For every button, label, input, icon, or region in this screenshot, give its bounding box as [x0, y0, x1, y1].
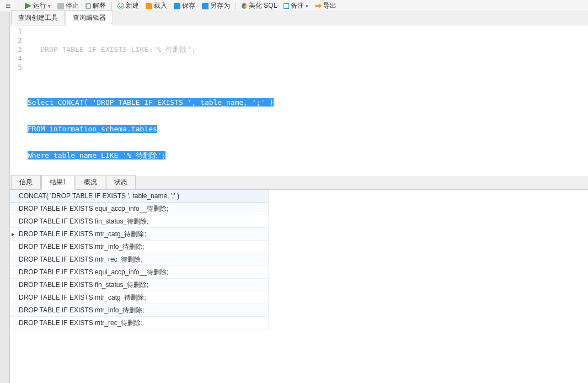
new-button[interactable]: 新建	[115, 1, 141, 10]
beautify-label: 美化 SQL	[249, 1, 277, 10]
line-number: 4	[10, 54, 22, 63]
tab-result1[interactable]: 结果1	[41, 175, 75, 190]
tab-overview[interactable]: 概况	[76, 175, 105, 189]
toolbar-separator	[19, 2, 19, 10]
save-button[interactable]: 保存	[172, 1, 197, 10]
table-row[interactable]: DROP TABLE IF EXISTS fin_status_待删除;	[10, 215, 269, 228]
save-label: 保存	[182, 1, 195, 10]
table-row[interactable]: DROP TABLE IF EXISTS mtr_info_待删除;	[10, 241, 269, 253]
code-line: Where table_name LIKE '% 待删除';	[28, 151, 588, 160]
line-number: 2	[10, 36, 22, 45]
load-icon	[146, 3, 152, 9]
code-line: Select CONCAT( 'DROP TABLE IF EXISTS ', …	[28, 98, 588, 107]
left-gutter	[0, 12, 10, 383]
dropdown-caret-icon: ▾	[48, 3, 51, 9]
code-line	[28, 72, 588, 81]
saveas-button[interactable]: 另存为	[200, 1, 232, 10]
grid-column-header[interactable]: CONCAT( 'DROP TABLE IF EXISTS ', table_n…	[10, 190, 269, 203]
result-tabs: 信息 结果1 概况 状态	[10, 177, 588, 190]
saveas-label: 另存为	[210, 1, 230, 10]
hamburger-icon	[6, 3, 13, 9]
table-row[interactable]: DROP TABLE IF EXISTS equi_accp_info__待删除…	[10, 203, 269, 215]
dropdown-caret-icon: ▾	[306, 3, 308, 9]
selected-text: Where table_name LIKE '% 待删除';	[28, 151, 165, 159]
stop-icon	[57, 3, 64, 9]
line-number: 1	[10, 28, 22, 36]
new-icon	[117, 3, 124, 9]
code-line: -- DROP TABLE IF EXISTS LIKE '%_待删除';	[28, 45, 588, 54]
sql-editor[interactable]: 1 2 3 4 5 -- DROP TABLE IF EXISTS LIKE '…	[10, 25, 588, 177]
code-line: FROM information_schema.tables	[28, 125, 588, 134]
note-label: 备注	[291, 1, 304, 10]
code-area[interactable]: -- DROP TABLE IF EXISTS LIKE '%_待删除'; Se…	[25, 25, 588, 177]
export-label: 导出	[323, 1, 336, 10]
toolbar-separator	[111, 2, 112, 10]
table-row[interactable]: DROP TABLE IF EXISTS fin_status_待删除;	[10, 279, 269, 291]
run-button[interactable]: 运行▾	[23, 1, 53, 10]
comment-text: -- DROP TABLE IF EXISTS LIKE '%_待删除';	[28, 45, 196, 54]
tab-info[interactable]: 信息	[11, 175, 41, 189]
export-button[interactable]: 导出	[313, 1, 339, 10]
results-pane: CONCAT( 'DROP TABLE IF EXISTS ', table_n…	[10, 190, 588, 383]
explain-button[interactable]: 解释	[83, 1, 108, 10]
stop-button[interactable]: 停止	[55, 1, 81, 10]
selected-text: Select CONCAT( 'DROP TABLE IF EXISTS ', …	[28, 98, 274, 107]
table-row[interactable]: DROP TABLE IF EXISTS mtr_rec_待删除;	[10, 317, 269, 329]
explain-label: 解释	[93, 1, 106, 10]
load-button[interactable]: 载入	[143, 1, 169, 10]
note-button[interactable]: 备注▾	[281, 1, 311, 10]
beautify-button[interactable]: 美化 SQL	[239, 1, 279, 10]
tab-query-editor[interactable]: 查询编辑器	[66, 10, 113, 25]
saveas-icon	[202, 3, 209, 9]
load-label: 载入	[154, 1, 167, 10]
table-row[interactable]: DROP TABLE IF EXISTS equi_accp_info__待删除…	[10, 266, 269, 279]
line-number: 3	[10, 45, 22, 54]
note-icon	[284, 3, 289, 9]
save-icon	[174, 3, 180, 9]
new-label: 新建	[126, 1, 139, 10]
line-number: 5	[10, 63, 22, 72]
play-icon	[25, 3, 31, 9]
menu-button[interactable]	[3, 3, 15, 9]
export-icon	[315, 3, 322, 9]
editor-tabs: 查询创建工具 查询编辑器	[10, 12, 588, 25]
beautify-icon	[242, 3, 247, 9]
result-grid[interactable]: CONCAT( 'DROP TABLE IF EXISTS ', table_n…	[10, 190, 269, 329]
table-row[interactable]: DROP TABLE IF EXISTS mtr_rec_待删除;	[10, 253, 269, 266]
run-label: 运行	[33, 1, 46, 10]
selected-text: FROM information_schema.tables	[28, 125, 157, 133]
workspace: 查询创建工具 查询编辑器 1 2 3 4 5 -- DROP TABLE IF …	[10, 12, 588, 383]
tab-status[interactable]: 状态	[106, 175, 136, 189]
table-row[interactable]: DROP TABLE IF EXISTS mtr_catg_待删除;	[10, 228, 269, 241]
tab-query-builder[interactable]: 查询创建工具	[11, 10, 65, 25]
stop-label: 停止	[66, 1, 79, 10]
table-row[interactable]: DROP TABLE IF EXISTS mtr_catg_待删除;	[10, 291, 269, 304]
table-row[interactable]: DROP TABLE IF EXISTS mtr_info_待删除;	[10, 304, 269, 317]
line-number-gutter: 1 2 3 4 5	[10, 25, 25, 177]
explain-icon	[85, 3, 91, 9]
toolbar-separator	[236, 2, 236, 10]
